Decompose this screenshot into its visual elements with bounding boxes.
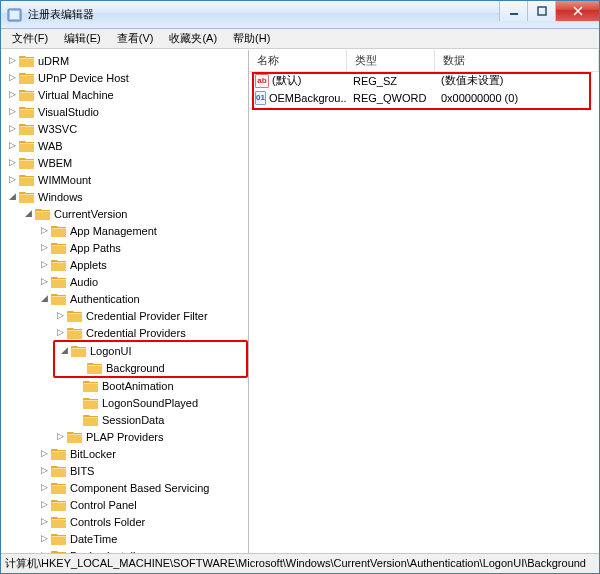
tree-item[interactable]: ▷DateTime [37, 530, 248, 547]
folder-icon [51, 275, 67, 289]
svg-rect-2 [510, 13, 518, 15]
value-row[interactable]: ab(默认) REG_SZ (数值未设置) [249, 72, 599, 89]
app-icon [7, 7, 23, 23]
tree-item[interactable]: ▷W3SVC [5, 120, 248, 137]
tree-pane: ▷uDRM ▷UPnP Device Host ▷Virtual Machine… [1, 50, 249, 553]
folder-icon [51, 464, 67, 478]
tree-item[interactable]: ▷Component Based Servicing [37, 479, 248, 496]
expand-icon[interactable]: ▷ [37, 534, 51, 543]
expand-icon[interactable]: ▷ [53, 311, 67, 320]
folder-icon [19, 156, 35, 170]
column-header-name[interactable]: 名称 [249, 50, 347, 71]
expand-icon[interactable]: ▷ [37, 449, 51, 458]
expand-icon[interactable]: ▷ [5, 107, 19, 116]
tree-item-background[interactable]: Background [73, 359, 244, 376]
column-header-type[interactable]: 类型 [347, 50, 435, 71]
tree-item[interactable]: ▷Virtual Machine [5, 86, 248, 103]
tree-item[interactable]: ▷Device Installer [37, 547, 248, 553]
folder-icon [67, 430, 83, 444]
tree-item-logonui[interactable]: ◢LogonUI [57, 342, 244, 359]
expand-icon[interactable]: ▷ [5, 56, 19, 65]
tree-item[interactable]: ▷uDRM [5, 52, 248, 69]
tree-item[interactable]: ▷UPnP Device Host [5, 69, 248, 86]
column-header-data[interactable]: 数据 [435, 50, 599, 71]
tree-item[interactable]: ▷WIMMount [5, 171, 248, 188]
tree-item[interactable]: ▷Applets [37, 256, 248, 273]
menu-file[interactable]: 文件(F) [5, 29, 55, 48]
minimize-button[interactable] [499, 1, 527, 21]
tree-item-windows[interactable]: ◢Windows [5, 188, 248, 205]
expand-icon[interactable]: ▷ [37, 551, 51, 553]
folder-icon [19, 173, 35, 187]
menubar: 文件(F) 编辑(E) 查看(V) 收藏夹(A) 帮助(H) [1, 29, 599, 49]
tree-item[interactable]: ▷BITS [37, 462, 248, 479]
expand-icon[interactable]: ▷ [37, 500, 51, 509]
maximize-button[interactable] [527, 1, 555, 21]
value-data: (数值未设置) [435, 73, 599, 88]
expand-icon[interactable]: ▷ [5, 175, 19, 184]
menu-help[interactable]: 帮助(H) [226, 29, 277, 48]
tree-item[interactable]: ▷VisualStudio [5, 103, 248, 120]
expand-icon[interactable]: ▷ [37, 277, 51, 286]
value-type: REG_QWORD [347, 92, 435, 104]
tree-item[interactable]: ▷Credential Providers [53, 324, 248, 341]
tree-item[interactable]: ▷Control Panel [37, 496, 248, 513]
folder-icon [51, 549, 67, 554]
tree-item[interactable]: SessionData [69, 411, 248, 428]
folder-icon [19, 122, 35, 136]
tree-scroll[interactable]: ▷uDRM ▷UPnP Device Host ▷Virtual Machine… [1, 50, 248, 553]
collapse-icon[interactable]: ◢ [21, 209, 35, 218]
window-frame: 注册表编辑器 文件(F) 编辑(E) 查看(V) 收藏夹(A) 帮助(H) ▷u… [0, 0, 600, 574]
tree-item-currentversion[interactable]: ◢CurrentVersion [21, 205, 248, 222]
tree-item[interactable]: ▷WBEM [5, 154, 248, 171]
expand-icon[interactable]: ▷ [37, 466, 51, 475]
expand-icon[interactable]: ▷ [5, 90, 19, 99]
expand-icon[interactable]: ▷ [37, 243, 51, 252]
window-controls [499, 1, 599, 28]
collapse-icon[interactable]: ◢ [37, 294, 51, 303]
collapse-icon[interactable]: ◢ [5, 192, 19, 201]
expand-icon[interactable]: ▷ [37, 226, 51, 235]
values-body[interactable]: ab(默认) REG_SZ (数值未设置) 01OEMBackgrou... R… [249, 72, 599, 553]
expand-icon[interactable]: ▷ [5, 158, 19, 167]
expand-icon[interactable]: ▷ [5, 73, 19, 82]
content-area: ▷uDRM ▷UPnP Device Host ▷Virtual Machine… [1, 49, 599, 553]
window-title: 注册表编辑器 [28, 7, 499, 22]
menu-view[interactable]: 查看(V) [110, 29, 161, 48]
tree-item[interactable]: ▷App Management [37, 222, 248, 239]
tree-item[interactable]: LogonSoundPlayed [69, 394, 248, 411]
tree-item[interactable]: BootAnimation [69, 377, 248, 394]
close-button[interactable] [555, 1, 599, 21]
value-data: 0x00000000 (0) [435, 92, 599, 104]
status-path: 计算机\HKEY_LOCAL_MACHINE\SOFTWARE\Microsof… [5, 556, 586, 571]
folder-icon [67, 326, 83, 340]
folder-icon [51, 515, 67, 529]
value-row[interactable]: 01OEMBackgrou... REG_QWORD 0x00000000 (0… [249, 89, 599, 106]
expand-icon[interactable]: ▷ [53, 328, 67, 337]
expand-icon[interactable]: ▷ [37, 260, 51, 269]
menu-favorites[interactable]: 收藏夹(A) [162, 29, 224, 48]
folder-icon [19, 71, 35, 85]
expand-icon[interactable]: ▷ [53, 432, 67, 441]
folder-icon [51, 498, 67, 512]
folder-icon [19, 88, 35, 102]
folder-icon [83, 396, 99, 410]
expand-icon[interactable]: ▷ [37, 517, 51, 526]
folder-icon [67, 309, 83, 323]
binary-value-icon: 01 [255, 91, 266, 105]
folder-icon [51, 258, 67, 272]
tree-item[interactable]: ▷Controls Folder [37, 513, 248, 530]
expand-icon[interactable]: ▷ [5, 141, 19, 150]
expand-icon[interactable]: ▷ [37, 483, 51, 492]
tree-item[interactable]: ▷Credential Provider Filter [53, 307, 248, 324]
tree-item-authentication[interactable]: ◢Authentication [37, 290, 248, 307]
tree-item[interactable]: ▷App Paths [37, 239, 248, 256]
expand-icon[interactable]: ▷ [5, 124, 19, 133]
tree-item[interactable]: ▷Audio [37, 273, 248, 290]
tree-item[interactable]: ▷PLAP Providers [53, 428, 248, 445]
titlebar[interactable]: 注册表编辑器 [1, 1, 599, 29]
tree-item[interactable]: ▷WAB [5, 137, 248, 154]
tree-item[interactable]: ▷BitLocker [37, 445, 248, 462]
menu-edit[interactable]: 编辑(E) [57, 29, 108, 48]
collapse-icon[interactable]: ◢ [57, 346, 71, 355]
